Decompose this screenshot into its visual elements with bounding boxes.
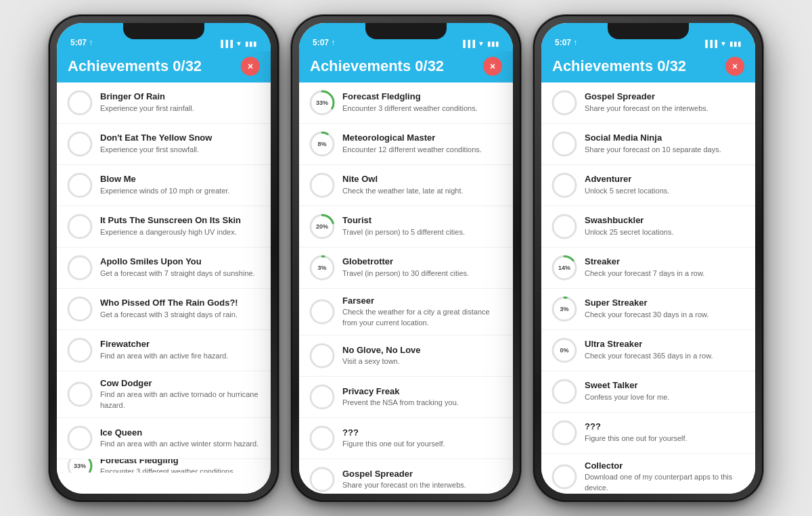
wifi-icon: ▼ [478,40,484,47]
achievement-desc: Get a forecast with 7 straight days of s… [100,268,261,279]
achievement-desc: Share your forecast on 10 separate days. [585,145,746,155]
status-icons: ▐▐▐ ▼ ▮▮▮ [461,40,499,49]
achievement-name: Bringer Of Rain [100,91,261,103]
achievement-item: 20% Tourist Travel (in person) to 5 diff… [299,206,513,248]
achievement-list: Gospel Spreader Share your forecast on t… [541,83,755,494]
achievement-text: Blow Me Experience winds of 10 mph or gr… [100,174,261,196]
progress-circle [66,425,93,452]
svg-point-6 [68,339,91,362]
svg-point-28 [553,215,576,238]
achievement-desc: Confess your love for me. [585,392,746,402]
achievement-name: Gospel Spreader [585,91,746,103]
progress-circle: 0% [551,337,578,364]
progress-circle [551,419,578,446]
app-header: Achievements 0/32 × [299,51,513,83]
achievement-item: Gospel Spreader Share your forecast on t… [299,459,513,493]
signal-icon: ▐▐▐ [219,40,233,47]
achievement-desc: Experience your first snowfall. [100,145,261,155]
achievement-text: Firewatcher Find an area with an active … [100,339,261,361]
achievement-desc: Get a forecast with 3 straight days of r… [100,310,261,320]
svg-point-36 [553,421,576,444]
achievement-item: 33% Forecast Fledgling Encounter 3 diffe… [299,83,513,124]
svg-point-5 [68,298,91,321]
achievement-text: Super Streaker Check your forecast 30 da… [585,298,746,320]
achievement-item: Ice Queen Find an area with an active wi… [57,418,271,459]
notch [123,23,204,39]
svg-point-3 [68,215,91,238]
progress-circle [309,298,336,325]
svg-point-7 [68,383,91,406]
app-header: Achievements 0/32 × [541,51,755,83]
phone-2: 5:07 ↑ ▐▐▐ ▼ ▮▮▮ Achievements 0/32 × 33% [291,15,521,502]
progress-circle [66,172,93,199]
signal-icon: ▐▐▐ [461,40,475,47]
achievement-desc: Encounter 3 different weather conditions… [100,467,261,473]
progress-circle [551,89,578,116]
achievement-name: Tourist [342,215,503,227]
achievement-name: Don't Eat The Yellow Snow [100,133,261,144]
achievement-name: Globetrotter [342,256,503,268]
achievement-name: Forecast Fledgling [100,459,261,466]
header-title: Achievements 0/32 [552,57,686,75]
achievement-text: Don't Eat The Yellow Snow Experience you… [100,133,261,155]
achievement-text: ??? Figure this one out for yourself. [342,427,503,450]
achievement-item: Gospel Spreader Share your forecast on t… [541,83,755,124]
achievement-desc: Unlock 25 secret locations. [585,227,746,237]
achievement-text: Globetrotter Travel (in person) to 30 di… [342,256,503,279]
achievement-name: Adventurer [585,174,746,185]
progress-circle [309,466,336,493]
notch [608,23,689,39]
header-title: Achievements 0/32 [68,57,202,75]
achievement-desc: Check your forecast 365 days in a row. [585,351,746,361]
achievement-list: Bringer Of Rain Experience your first ra… [57,83,271,494]
achievement-item: 14% Streaker Check your forecast 7 days … [541,248,755,289]
header-title: Achievements 0/32 [310,57,444,75]
achievement-desc: Check your forecast 7 days in a row. [585,268,746,279]
achievement-text: Tourist Travel (in person) to 5 differen… [342,215,503,237]
achievement-item: Bringer Of Rain Experience your first ra… [57,83,271,124]
achievement-desc: Share your forecast on the interwebs. [585,103,746,114]
svg-point-25 [553,91,576,114]
progress-circle [309,342,336,369]
progress-circle [551,131,578,158]
progress-circle: 8% [309,131,336,158]
close-button[interactable]: × [725,57,744,76]
achievement-item: 8% Meteorological Master Encounter 12 di… [299,124,513,165]
achievement-text: Bringer Of Rain Experience your first ra… [100,91,261,114]
achievement-text: Social Media Ninja Share your forecast o… [585,133,746,155]
progress-circle [309,172,336,199]
wifi-icon: ▼ [235,40,242,47]
achievement-text: Forecast Fledgling Encounter 3 different… [342,91,503,114]
achievement-name: Collector [585,461,746,472]
close-button[interactable]: × [241,57,260,76]
battery-icon: ▮▮▮ [245,40,257,47]
achievement-name: Who Pissed Off The Rain Gods?! [100,298,261,309]
achievement-text: Privacy Freak Prevent the NSA from track… [342,386,503,408]
phones-container: 5:07 ↑ ▐▐▐ ▼ ▮▮▮ Achievements 0/32 × [49,15,763,502]
battery-icon: ▮▮▮ [487,40,499,47]
achievement-name: Meteorological Master [342,133,503,144]
progress-circle [66,337,93,364]
svg-point-21 [311,344,334,367]
svg-point-15 [311,174,334,197]
achievement-name: ??? [342,427,503,439]
progress-circle [309,425,336,452]
achievement-desc: Figure this one out for yourself. [342,439,503,449]
achievement-text: Swashbuckler Unlock 25 secret locations. [585,215,746,237]
achievement-text: Ice Queen Find an area with an active wi… [100,427,261,450]
svg-point-37 [553,465,576,488]
phone-screen: 5:07 ↑ ▐▐▐ ▼ ▮▮▮ Achievements 0/32 × 33% [299,23,513,494]
achievement-item: Blow Me Experience winds of 10 mph or gr… [57,165,271,206]
achievement-item: Sweet Talker Confess your love for me. [541,371,755,413]
achievement-item: 33% Forecast Fledgling Encounter 3 diffe… [57,459,271,473]
progress-circle [551,463,578,490]
achievement-text: Forecast Fledgling Encounter 3 different… [100,459,261,473]
notch [365,23,447,39]
achievement-name: Super Streaker [585,298,746,309]
achievement-desc: Travel (in person) to 5 different cities… [342,227,503,237]
svg-point-22 [311,385,334,408]
achievement-name: Farseer [342,296,503,307]
signal-icon: ▐▐▐ [703,40,717,47]
close-button[interactable]: × [483,57,502,76]
achievement-desc: Prevent the NSA from tracking you. [342,398,503,408]
